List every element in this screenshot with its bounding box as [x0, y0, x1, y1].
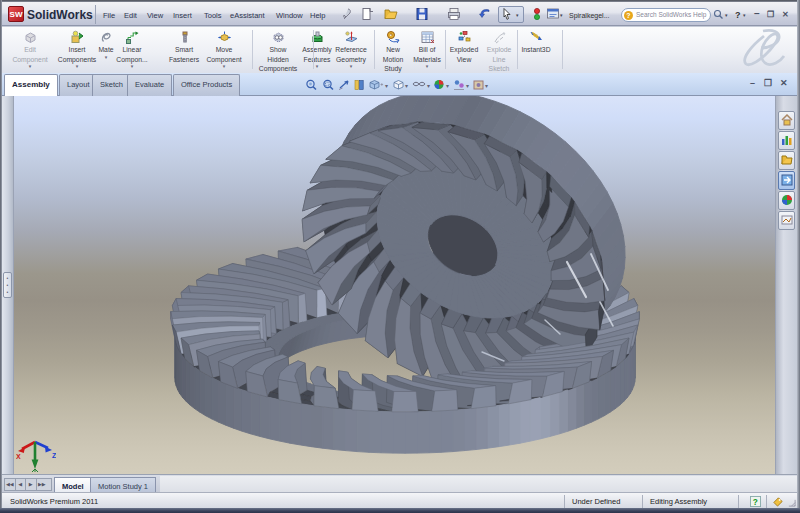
svg-text:▾: ▾	[485, 83, 488, 89]
svg-text:▾: ▾	[446, 83, 449, 89]
svg-text:▾: ▾	[427, 83, 430, 89]
svg-text:Z: Z	[52, 452, 56, 459]
svg-text:X: X	[16, 453, 21, 460]
svg-text:▾: ▾	[385, 83, 388, 89]
svg-text:?: ?	[753, 498, 758, 507]
svg-text:▾: ▾	[466, 83, 469, 89]
svg-text:▾: ▾	[405, 83, 408, 89]
